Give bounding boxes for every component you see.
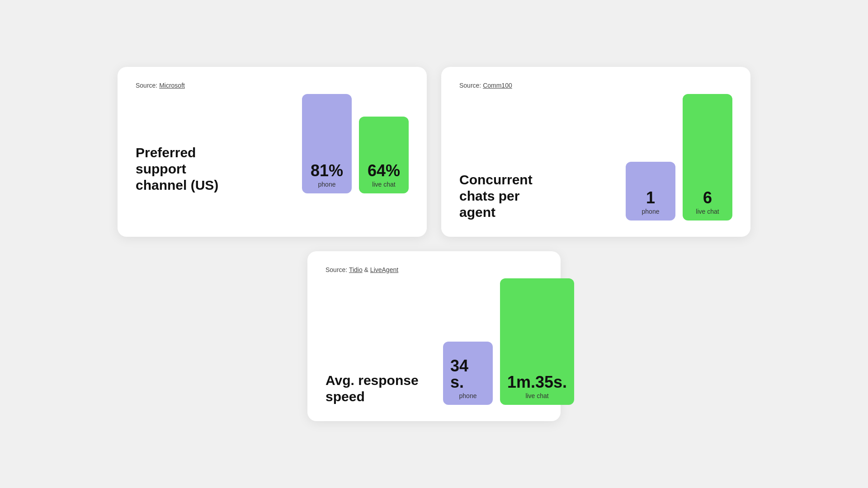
card2-title: Concurrent chats per agent xyxy=(459,172,559,221)
card-concurrent-chats: Source: Comm100 Concurrent chats per age… xyxy=(441,67,750,237)
source-and: & xyxy=(364,266,368,273)
card3-bar1-label: phone xyxy=(459,392,477,399)
card1-bar1-label: phone xyxy=(318,181,336,188)
card3-source: Source: Tidio & LiveAgent xyxy=(326,266,542,275)
card3-bar2-label: live chat xyxy=(525,392,548,399)
card2-bar2-value: 6 xyxy=(703,190,712,206)
card1-bar2-container: 64% live chat xyxy=(359,117,409,193)
card2-bar2-label: live chat xyxy=(696,208,719,215)
card3-title: Avg. response speed xyxy=(326,372,425,405)
card-preferred-support: Source: Microsoft Preferred support chan… xyxy=(118,67,427,237)
card1-bar1-value: 81% xyxy=(311,163,343,179)
card2-bar1-label: phone xyxy=(642,208,660,215)
card3-bar1-container: 34 s. phone xyxy=(443,342,493,405)
card3-bar2-container: 1m.35s. live chat xyxy=(500,278,574,405)
card3-source-link1[interactable]: Tidio xyxy=(349,266,363,273)
card1-bar-phone: 81% phone xyxy=(302,94,352,193)
card2-bar2-container: 6 live chat xyxy=(683,94,732,221)
source-label: Source: xyxy=(136,82,157,89)
dashboard: Source: Microsoft Preferred support chan… xyxy=(118,67,750,421)
card1-title: Preferred support channel (US) xyxy=(136,145,235,193)
card2-inner: Concurrent chats per agent 1 phone 6 liv… xyxy=(459,94,732,221)
card1-bar1-container: 81% phone xyxy=(302,94,352,193)
card3-inner: Avg. response speed 34 s. phone 1m.35s. … xyxy=(326,278,542,405)
card1-source-link[interactable]: Microsoft xyxy=(159,82,185,89)
card1-inner: Preferred support channel (US) 81% phone… xyxy=(136,94,409,193)
card1-bar-livechat: 64% live chat xyxy=(359,117,409,193)
card1-source: Source: Microsoft xyxy=(136,81,409,90)
card3-bar-livechat: 1m.35s. live chat xyxy=(500,278,574,405)
card3-bar1-value: 34 s. xyxy=(450,358,486,390)
card1-bar2-label: live chat xyxy=(372,181,395,188)
source-label-2: Source: xyxy=(459,82,481,89)
card2-source-link[interactable]: Comm100 xyxy=(483,82,512,89)
card2-bars: 1 phone 6 live chat xyxy=(577,94,732,221)
card2-bar1-value: 1 xyxy=(646,190,655,206)
card3-bar-phone: 34 s. phone xyxy=(443,342,493,405)
card1-bars: 81% phone 64% live chat xyxy=(253,94,409,193)
source-label-3: Source: xyxy=(326,266,347,273)
card3-source-link2[interactable]: LiveAgent xyxy=(370,266,398,273)
card2-bar1-container: 1 phone xyxy=(626,162,675,221)
card3-bar2-value: 1m.35s. xyxy=(507,374,567,390)
card-avg-response: Source: Tidio & LiveAgent Avg. response … xyxy=(307,251,561,421)
card2-source: Source: Comm100 xyxy=(459,81,732,90)
card2-bar-phone: 1 phone xyxy=(626,162,675,221)
card2-bar-livechat: 6 live chat xyxy=(683,94,732,221)
card1-bar2-value: 64% xyxy=(368,163,400,179)
card3-bars: 34 s. phone 1m.35s. live chat xyxy=(443,278,574,405)
